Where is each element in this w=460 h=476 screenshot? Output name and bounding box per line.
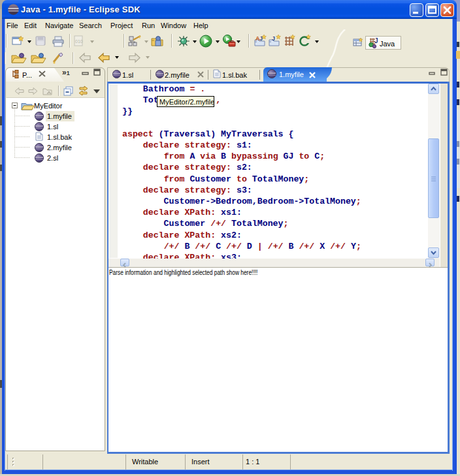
svg-text:010: 010 — [75, 39, 83, 44]
svg-text:J: J — [272, 35, 275, 42]
svg-text:J: J — [374, 37, 378, 44]
